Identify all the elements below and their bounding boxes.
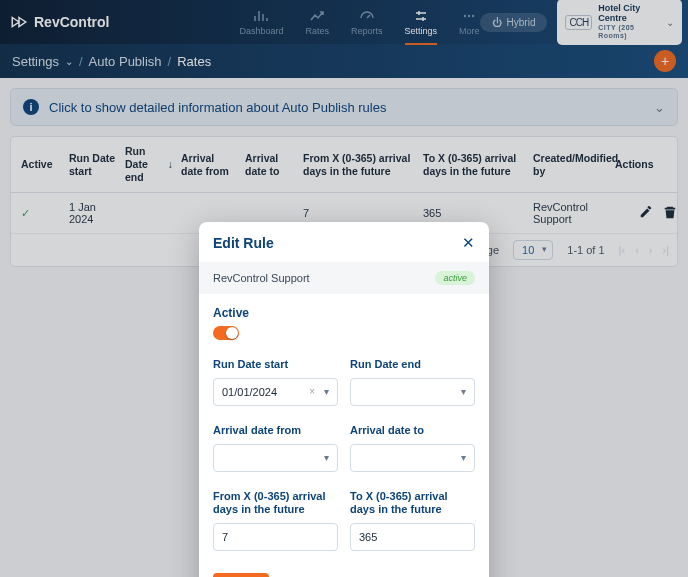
modal-title: Edit Rule	[213, 235, 274, 251]
label-run-end: Run Date end	[350, 358, 475, 372]
run-end-field[interactable]: ▾	[350, 378, 475, 406]
chevron-down-icon[interactable]: ▾	[461, 452, 466, 463]
chevron-down-icon[interactable]: ▾	[324, 386, 329, 397]
active-label: Active	[213, 306, 475, 320]
arr-from-field[interactable]: ▾	[213, 444, 338, 472]
label-arr-from: Arrival date from	[213, 424, 338, 438]
to-x-input[interactable]	[359, 531, 466, 543]
edit-rule-modal: Edit Rule ✕ RevControl Support active Ac…	[199, 222, 489, 577]
active-toggle[interactable]	[213, 326, 239, 340]
label-from-x: From X (0-365) arrival days in the futur…	[213, 490, 338, 518]
label-to-x: To X (0-365) arrival days in the future	[350, 490, 475, 518]
status-badge: active	[435, 271, 475, 285]
run-start-field[interactable]: × ▾	[213, 378, 338, 406]
chevron-down-icon[interactable]: ▾	[324, 452, 329, 463]
to-x-field[interactable]	[350, 523, 475, 551]
arr-to-field[interactable]: ▾	[350, 444, 475, 472]
modal-backdrop: Edit Rule ✕ RevControl Support active Ac…	[0, 0, 688, 577]
arr-to-input[interactable]	[359, 452, 466, 464]
from-x-field[interactable]	[213, 523, 338, 551]
save-button[interactable]: Save	[213, 573, 269, 577]
from-x-input[interactable]	[222, 531, 329, 543]
run-end-input[interactable]	[359, 386, 466, 398]
clear-icon[interactable]: ×	[309, 386, 315, 397]
close-icon[interactable]: ✕	[462, 234, 475, 252]
label-run-start: Run Date start	[213, 358, 338, 372]
arr-from-input[interactable]	[222, 452, 329, 464]
label-arr-to: Arrival date to	[350, 424, 475, 438]
modal-subtitle: RevControl Support	[213, 272, 310, 284]
chevron-down-icon[interactable]: ▾	[461, 386, 466, 397]
